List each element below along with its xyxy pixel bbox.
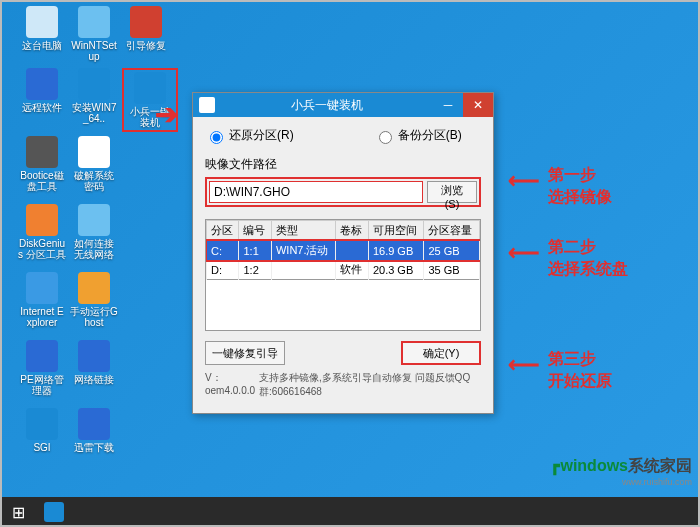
app-icon [78,272,110,304]
desktop-icon[interactable]: 远程软件 [18,68,66,113]
icon-label: DiskGenius 分区工具 [18,238,66,260]
icon-label: WinNTSetup [70,40,118,62]
table-row[interactable]: D:1:2软件20.3 GB35 GB [207,260,480,280]
icon-label: 远程软件 [18,102,66,113]
app-icon [78,6,110,38]
restore-radio[interactable]: 还原分区(R) [205,127,294,144]
desktop-icon[interactable]: WinNTSetup [70,6,118,62]
icon-label: 破解系统密码 [70,170,118,192]
app-icon [26,136,58,168]
desktop-icon[interactable]: 这台电脑 [18,6,66,51]
desktop-icon[interactable]: 网络链接 [70,340,118,385]
icon-label: 如何连接无线网络 [70,238,118,260]
column-header[interactable]: 分区容量 [424,221,480,241]
icon-label: SGI [18,442,66,453]
app-icon [26,204,58,236]
dialog-title: 小兵一键装机 [221,97,433,114]
icon-label: Internet Explorer [18,306,66,328]
ok-button[interactable]: 确定(Y) [401,341,481,365]
selection-arrow: ➔ [155,98,178,131]
partition-table[interactable]: 分区编号类型卷标可用空间分区容量C:1:1WIN7.活动16.9 GB25 GB… [205,219,481,331]
taskbar-app[interactable] [36,497,72,527]
column-header[interactable]: 编号 [239,221,271,241]
path-label: 映像文件路径 [205,156,481,173]
desktop-icon[interactable]: 手动运行Ghost [70,272,118,328]
desktop-icon[interactable]: PE网络管理器 [18,340,66,396]
image-path-input[interactable] [209,181,423,203]
icon-label: 网络链接 [70,374,118,385]
annotation-step1: ⟵ 第一步选择镜像 [548,164,612,208]
app-icon [26,340,58,372]
app-icon [26,6,58,38]
column-header[interactable]: 可用空间 [368,221,424,241]
repair-boot-button[interactable]: 一键修复引导 [205,341,285,365]
annotation-step3: ⟵ 第三步开始还原 [548,348,612,392]
desktop-icon[interactable]: 迅雷下载 [70,408,118,453]
icon-label: 迅雷下载 [70,442,118,453]
app-icon [78,204,110,236]
app-icon [78,340,110,372]
icon-label: 这台电脑 [18,40,66,51]
desktop-icon[interactable]: Internet Explorer [18,272,66,328]
close-button[interactable]: ✕ [463,93,493,117]
desktop-icon[interactable]: SGI [18,408,66,453]
start-button[interactable]: ⊞ [0,497,36,527]
desktop-icon[interactable]: 安装WIN7_64.. [70,68,118,124]
desktop-icon[interactable]: Bootice磁盘工具 [18,136,66,192]
titlebar[interactable]: 小兵一键装机 ─ ✕ [193,93,493,117]
backup-radio[interactable]: 备份分区(B) [374,127,462,144]
desktop-icon[interactable]: 如何连接无线网络 [70,204,118,260]
desktop: 这台电脑WinNTSetup引导修复远程软件安装WIN7_64..小兵一键装机B… [0,0,700,527]
column-header[interactable]: 分区 [207,221,239,241]
app-icon [130,6,162,38]
icon-label: 手动运行Ghost [70,306,118,328]
app-icon [78,68,110,100]
app-icon [78,408,110,440]
support-label: 支持多种镜像,多系统引导自动修复 问题反馈QQ群:606616468 [259,371,481,399]
installer-dialog: 小兵一键装机 ─ ✕ 还原分区(R) 备份分区(B) 映像文件路径 浏览(S) … [192,92,494,414]
app-icon [199,97,215,113]
app-icon [78,136,110,168]
app-icon [26,68,58,100]
desktop-icon[interactable]: 引导修复 [122,6,170,51]
icon-label: Bootice磁盘工具 [18,170,66,192]
desktop-icon[interactable]: 破解系统密码 [70,136,118,192]
table-row[interactable]: C:1:1WIN7.活动16.9 GB25 GB [207,241,480,261]
watermark: ┏windows系统家园 www.ruishifu.com [550,456,692,487]
icon-label: 引导修复 [122,40,170,51]
taskbar[interactable]: ⊞ [0,497,700,527]
minimize-button[interactable]: ─ [433,93,463,117]
icon-label: 安装WIN7_64.. [70,102,118,124]
column-header[interactable]: 卷标 [336,221,368,241]
app-icon [26,272,58,304]
browse-button[interactable]: 浏览(S) [427,181,477,203]
annotation-step2: ⟵ 第二步选择系统盘 [548,236,628,280]
version-label: V：oem4.0.0.0 [205,371,259,399]
icon-label: PE网络管理器 [18,374,66,396]
desktop-icon[interactable]: DiskGenius 分区工具 [18,204,66,260]
app-icon [26,408,58,440]
column-header[interactable]: 类型 [271,221,336,241]
